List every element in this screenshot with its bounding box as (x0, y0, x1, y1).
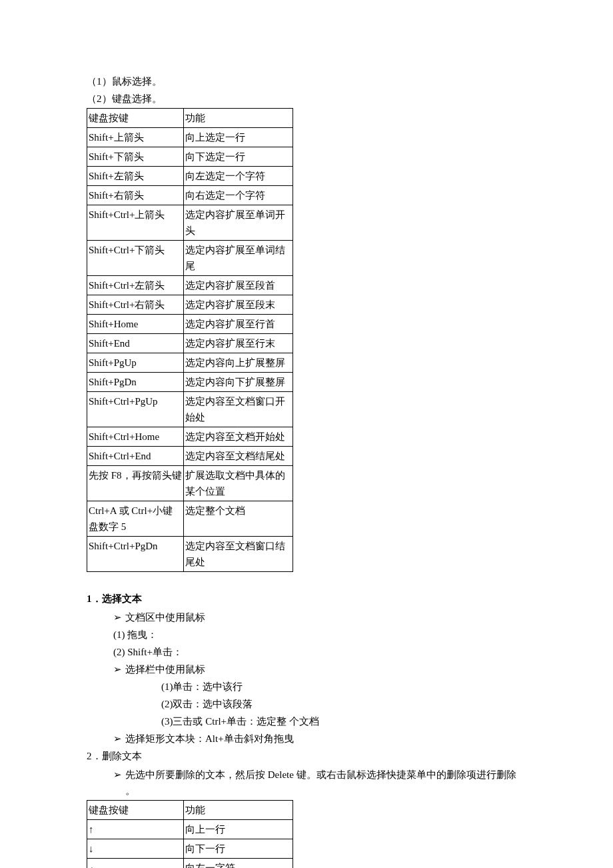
func-cell: 选定内容至文档结尾处 (184, 447, 293, 466)
func-cell: 选定内容向下扩展整屏 (184, 373, 293, 392)
func-cell: 向下一行 (184, 839, 293, 859)
table-row: Shift+上箭头向上选定一行 (87, 128, 293, 147)
table-row: Shift+左箭头向左选定一个字符 (87, 167, 293, 186)
func-cell: 选定内容至文档窗口开始处 (184, 392, 293, 427)
func-cell: 向上一行 (184, 820, 293, 839)
key-cell: Shift+上箭头 (87, 128, 184, 147)
sec1-sub-3: (3)三击或 Ctrl+单击：选定整 个文档 (87, 713, 526, 729)
key-cell: Shift+PgDn (87, 373, 184, 392)
key-cell: 先按 F8，再按箭头键 (87, 466, 184, 501)
table-row: Ctrl+A 或 Ctrl+小键盘数字 5选定整个文档 (87, 501, 293, 537)
shortcut-table: 键盘按键功能Shift+上箭头向上选定一行Shift+下箭头向下选定一行Shif… (87, 108, 293, 572)
intro-line-2: （2）键盘选择。 (87, 91, 526, 107)
key-cell: Shift+Ctrl+左箭头 (87, 276, 184, 295)
bullet-icon: ➢ (113, 661, 125, 677)
key-cell: Shift+PgUp (87, 353, 184, 373)
sec1-bullet-1-text: 文档区中使用鼠标 (125, 609, 526, 625)
sec2-bullet-1-text: 先选中所要删除的文本，然后按 Delete 键。或右击鼠标选择快捷菜单中的删除项… (125, 767, 526, 799)
table-row: Shift+End选定内容扩展至行末 (87, 334, 293, 353)
sec1-bullet-2: ➢ 选择栏中使用鼠标 (87, 661, 526, 677)
func-cell: 选定内容至文档开始处 (184, 427, 293, 447)
sec1-bullet-3-text: 选择矩形文本块：Alt+单击斜对角拖曳 (125, 731, 526, 747)
func-cell: 选定整个文档 (184, 501, 293, 537)
func-cell: 选定内容扩展至单词开头 (184, 205, 293, 241)
sec2-bullet-1: ➢ 先选中所要删除的文本，然后按 Delete 键。或右击鼠标选择快捷菜单中的删… (87, 767, 526, 799)
func-cell: 向左选定一个字符 (184, 167, 293, 186)
section2-heading: 2．删除文本 (87, 748, 526, 764)
table-row: ↓向下一行 (87, 839, 293, 859)
key-cell: Shift+Home (87, 315, 184, 334)
func-cell: 选定内容扩展至行首 (184, 315, 293, 334)
key-cell: Shift+Ctrl+下箭头 (87, 241, 184, 276)
col-header-func: 功能 (184, 109, 293, 128)
func-cell: 选定内容扩展至段首 (184, 276, 293, 295)
table-row: Shift+Ctrl+右箭头选定内容扩展至段末 (87, 295, 293, 315)
table-row: Shift+下箭头向下选定一行 (87, 147, 293, 167)
bullet-icon: ➢ (113, 609, 125, 625)
key-cell: ↑ (87, 820, 184, 839)
col-header-key: 键盘按键 (87, 801, 184, 820)
key-cell: ← (87, 859, 184, 869)
table-row: Shift+PgDn选定内容向下扩展整屏 (87, 373, 293, 392)
table-row: 先按 F8，再按箭头键扩展选取文档中具体的某个位置 (87, 466, 293, 501)
table-row: Shift+Ctrl+Home选定内容至文档开始处 (87, 427, 293, 447)
sec1-bullet-2-text: 选择栏中使用鼠标 (125, 661, 526, 677)
table-row: ←向左一字符 (87, 859, 293, 869)
func-cell: 选定内容扩展至段末 (184, 295, 293, 315)
intro-line-1: （1）鼠标选择。 (87, 73, 526, 89)
sec1-num-2: (2) Shift+单击： (87, 644, 526, 660)
table-row: Shift+Ctrl+PgDn选定内容至文档窗口结尾处 (87, 537, 293, 572)
key-cell: Ctrl+A 或 Ctrl+小键盘数字 5 (87, 501, 184, 537)
func-cell: 选定内容扩展至行末 (184, 334, 293, 353)
table-row: Shift+右箭头向右选定一个字符 (87, 186, 293, 205)
sec1-bullet-3: ➢ 选择矩形文本块：Alt+单击斜对角拖曳 (87, 731, 526, 747)
bullet-icon: ➢ (113, 767, 125, 783)
table-row: Shift+Ctrl+PgUp选定内容至文档窗口开始处 (87, 392, 293, 427)
key-cell: Shift+Ctrl+Home (87, 427, 184, 447)
key-cell: Shift+Ctrl+右箭头 (87, 295, 184, 315)
func-cell: 向右选定一个字符 (184, 186, 293, 205)
key-cell: Shift+下箭头 (87, 147, 184, 167)
sec1-bullet-1: ➢ 文档区中使用鼠标 (87, 609, 526, 625)
col-header-func: 功能 (184, 801, 293, 820)
key-cell: ↓ (87, 839, 184, 859)
key-cell: Shift+End (87, 334, 184, 353)
func-cell: 向上选定一行 (184, 128, 293, 147)
func-cell: 向左一字符 (184, 859, 293, 869)
table-row: Shift+Ctrl+End选定内容至文档结尾处 (87, 447, 293, 466)
col-header-key: 键盘按键 (87, 109, 184, 128)
nav-table: 键盘按键功能↑向上一行↓向下一行←向左一字符→向右一字符Page Up向上一页P… (87, 800, 293, 868)
key-cell: Shift+左箭头 (87, 167, 184, 186)
key-cell: Shift+Ctrl+PgDn (87, 537, 184, 572)
func-cell: 选定内容至文档窗口结尾处 (184, 537, 293, 572)
table-row: Shift+PgUp选定内容向上扩展整屏 (87, 353, 293, 373)
sec1-sub-2: (2)双击：选中该段落 (87, 696, 526, 712)
table-row: Shift+Home选定内容扩展至行首 (87, 315, 293, 334)
table-row: Shift+Ctrl+上箭头选定内容扩展至单词开头 (87, 205, 293, 241)
func-cell: 扩展选取文档中具体的某个位置 (184, 466, 293, 501)
key-cell: Shift+右箭头 (87, 186, 184, 205)
func-cell: 向下选定一行 (184, 147, 293, 167)
sec1-num-1: (1) 拖曳： (87, 627, 526, 643)
table-row: ↑向上一行 (87, 820, 293, 839)
table-row: Shift+Ctrl+下箭头选定内容扩展至单词结尾 (87, 241, 293, 276)
table-row: Shift+Ctrl+左箭头选定内容扩展至段首 (87, 276, 293, 295)
sec1-sub-1: (1)单击：选中该行 (87, 679, 526, 695)
bullet-icon: ➢ (113, 731, 125, 747)
key-cell: Shift+Ctrl+PgUp (87, 392, 184, 427)
func-cell: 选定内容扩展至单词结尾 (184, 241, 293, 276)
func-cell: 选定内容向上扩展整屏 (184, 353, 293, 373)
key-cell: Shift+Ctrl+End (87, 447, 184, 466)
document-page: （1）鼠标选择。 （2）键盘选择。 键盘按键功能Shift+上箭头向上选定一行S… (0, 0, 613, 868)
key-cell: Shift+Ctrl+上箭头 (87, 205, 184, 241)
section1-heading: 1．选择文本 (87, 591, 526, 607)
